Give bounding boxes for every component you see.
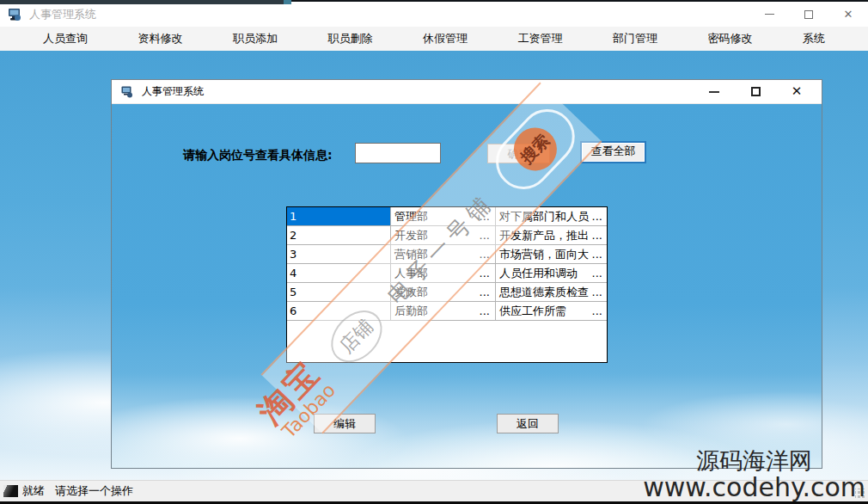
department-name-text: 管理部 [394, 209, 428, 224]
minimize-icon [709, 91, 719, 93]
department-name-text: 党政部 [394, 285, 428, 300]
inner-window-title: 人事管理系统 [142, 84, 204, 99]
truncation-ellipsis: ... [480, 286, 490, 298]
inner-window-icon [120, 85, 134, 99]
cell-position-number[interactable]: 2 [287, 226, 391, 244]
department-name-text: 后勤部 [394, 304, 428, 319]
table-row[interactable]: 5党政部...思想道德素质检查... [287, 283, 607, 302]
department-description-text: 人员任用和调动 [499, 266, 578, 281]
maximize-icon [804, 10, 813, 19]
cell-department-name[interactable]: 开发部... [391, 226, 496, 244]
query-label: 请输入岗位号查看具体信息: [183, 144, 333, 165]
department-description-text: 市场营销，面向大 [499, 247, 589, 262]
inner-close-button[interactable]: ✕ [791, 86, 803, 98]
menu-item-1[interactable]: 资料修改 [133, 28, 188, 50]
window-controls: ✕ [749, 2, 868, 27]
truncation-ellipsis: ... [592, 304, 602, 317]
department-description-text: 思想道德素质检查 [499, 285, 589, 300]
cell-department-name[interactable]: 党政部... [391, 283, 496, 301]
table-row[interactable]: 1管理部...对下属部门和人员... [287, 207, 607, 226]
confirm-button[interactable]: 确定 [487, 144, 550, 163]
truncation-ellipsis: ... [592, 267, 602, 280]
menu-item-3[interactable]: 职员删除 [323, 28, 378, 50]
status-ready-text: 就绪 [22, 483, 45, 499]
background-window-accent [284, 0, 291, 4]
minimize-button[interactable] [749, 2, 789, 27]
table-row[interactable]: 6后勤部...供应工作所需... [287, 302, 607, 321]
inner-minimize-button[interactable] [708, 86, 720, 98]
menu-item-5[interactable]: 工资管理 [513, 28, 568, 50]
menu-item-0[interactable]: 人员查询 [38, 28, 93, 50]
desktop-background: 人事管理系统 ✕ 请输入岗位号查看具体信息: 确定 查看全部 1管理部...对下… [0, 51, 868, 480]
department-table[interactable]: 1管理部...对下属部门和人员...2开发部...开发新产品，推出...3营销部… [286, 206, 608, 363]
menu-item-6[interactable]: 部门管理 [608, 28, 663, 50]
truncation-ellipsis: ... [592, 248, 602, 261]
truncation-ellipsis: ... [480, 304, 490, 317]
maximize-button[interactable] [789, 2, 828, 27]
menu-item-4[interactable]: 休假管理 [418, 28, 473, 50]
truncation-ellipsis: ... [592, 229, 602, 242]
view-all-button[interactable]: 查看全部 [580, 141, 646, 163]
menu-item-7[interactable]: 密码修改 [703, 28, 758, 50]
cell-department-name[interactable]: 营销部... [391, 245, 496, 263]
back-button[interactable]: 返回 [497, 414, 559, 433]
close-icon: ✕ [844, 9, 853, 20]
close-icon: ✕ [792, 85, 803, 98]
inner-titlebar: 人事管理系统 ✕ [112, 80, 822, 104]
inner-window: 人事管理系统 ✕ 请输入岗位号查看具体信息: 确定 查看全部 1管理部...对下… [111, 79, 822, 469]
department-description-text: 供应工作所需 [499, 304, 566, 319]
inner-window-controls: ✕ [708, 80, 803, 103]
cell-department-description[interactable]: 开发新产品，推出... [496, 226, 607, 244]
cell-position-number[interactable]: 4 [287, 264, 391, 282]
department-description-text: 对下属部门和人员 [499, 209, 589, 224]
cell-position-number[interactable]: 3 [287, 245, 391, 263]
table-row[interactable]: 3营销部...市场营销，面向大... [287, 245, 607, 264]
cell-department-description[interactable]: 供应工作所需... [496, 302, 607, 320]
cell-position-number[interactable]: 6 [287, 302, 391, 320]
inner-window-content: 请输入岗位号查看具体信息: 确定 查看全部 1管理部...对下属部门和人员...… [112, 104, 822, 468]
truncation-ellipsis: ... [480, 229, 490, 242]
titlebar: 人事管理系统 ✕ [0, 2, 868, 27]
menu-item-2[interactable]: 职员添加 [228, 28, 283, 50]
codehy-site-name: 源码海洋网 [643, 449, 865, 473]
codehy-site-url: www.codehy.com [643, 474, 865, 501]
menu-item-8[interactable]: 系统 [798, 28, 830, 50]
truncation-ellipsis: ... [592, 210, 602, 223]
table-row[interactable]: 2开发部...开发新产品，推出... [287, 226, 607, 245]
cell-department-description[interactable]: 思想道德素质检查... [496, 283, 607, 301]
position-id-input[interactable] [355, 143, 441, 163]
app-icon [7, 7, 22, 22]
minimize-icon [765, 14, 774, 15]
truncation-ellipsis: ... [480, 210, 490, 223]
app-window: 人事管理系统 ✕ 人员查询资料修改职员添加职员删除休假管理工资管理部门管理密码修… [0, 0, 868, 504]
maximize-icon [751, 87, 761, 96]
table-row[interactable]: 4人事部...人员任用和调动... [287, 264, 607, 283]
close-button[interactable]: ✕ [828, 2, 868, 27]
status-image-icon [3, 485, 18, 497]
cell-position-number[interactable]: 5 [287, 283, 391, 301]
truncation-ellipsis: ... [480, 267, 490, 280]
cell-department-description[interactable]: 人员任用和调动... [496, 264, 607, 282]
cell-department-description[interactable]: 市场营销，面向大... [496, 245, 607, 263]
department-name-text: 营销部 [394, 247, 428, 262]
cell-department-name[interactable]: 人事部... [391, 264, 496, 282]
inner-maximize-button[interactable] [749, 86, 761, 98]
background-window-strip [0, 0, 284, 4]
codehy-watermark: 源码海洋网 www.codehy.com [643, 449, 865, 501]
status-hint-text: 请选择一个操作 [55, 483, 133, 499]
cell-department-name[interactable]: 管理部... [391, 207, 496, 225]
department-name-text: 人事部 [394, 266, 428, 281]
menubar: 人员查询资料修改职员添加职员删除休假管理工资管理部门管理密码修改系统 [0, 27, 868, 51]
edit-button[interactable]: 编辑 [314, 414, 376, 433]
truncation-ellipsis: ... [480, 248, 490, 261]
department-name-text: 开发部 [394, 228, 428, 243]
cell-position-number[interactable]: 1 [287, 207, 391, 225]
department-description-text: 开发新产品，推出 [499, 228, 589, 243]
truncation-ellipsis: ... [592, 286, 602, 298]
cell-department-description[interactable]: 对下属部门和人员... [496, 207, 607, 225]
window-title: 人事管理系统 [29, 7, 96, 22]
cell-department-name[interactable]: 后勤部... [391, 302, 496, 320]
